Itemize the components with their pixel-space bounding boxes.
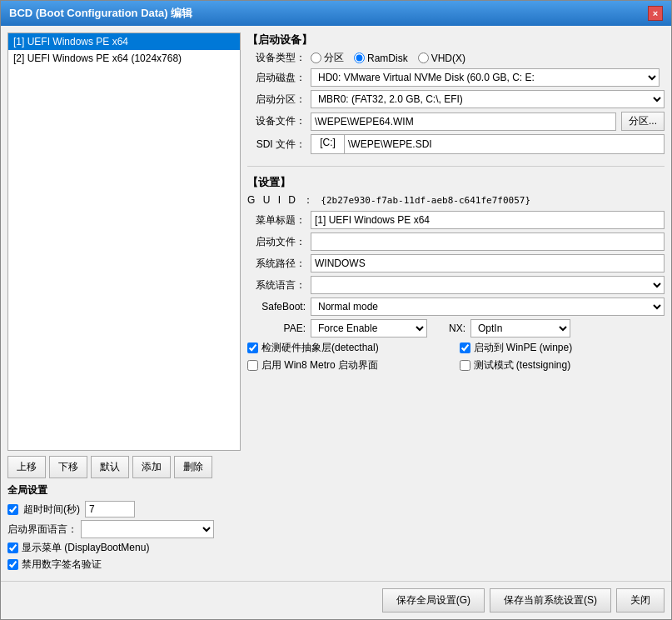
main-content: [1] UEFI Windows PE x64[2] UEFI Windows … bbox=[1, 26, 671, 581]
display-menu-row: 显示菜单 (DisplayBootMenu) bbox=[7, 541, 241, 555]
settings-checkbox-row: 检测硬件抽象层(detecthal) bbox=[247, 341, 453, 355]
pae-select[interactable]: Force Enable bbox=[311, 319, 427, 338]
safeboot-select[interactable]: Normal mode bbox=[311, 298, 665, 316]
radio-ramdisk[interactable] bbox=[354, 52, 365, 63]
device-type-label: 设备类型： bbox=[247, 51, 306, 65]
radio-ramdisk-label: RamDisk bbox=[367, 52, 408, 64]
title-bar: BCD (Boot Configuration Data) 编辑 × bbox=[1, 1, 671, 26]
radio-partition[interactable] bbox=[311, 52, 321, 63]
list-item[interactable]: [1] UEFI Windows PE x64 bbox=[8, 33, 240, 50]
device-type-row: 设备类型： 分区 RamDisk VHD(X) bbox=[247, 51, 665, 65]
guid-label: G U I D ： bbox=[247, 193, 316, 208]
sys-path-label: 系统路径： bbox=[247, 257, 306, 271]
display-menu-label: 显示菜单 (DisplayBootMenu) bbox=[22, 541, 149, 555]
boot-device-title: 【启动设备】 bbox=[247, 32, 665, 48]
add-button[interactable]: 添加 bbox=[132, 456, 171, 478]
settings-checkbox-label-2: 启用 Win8 Metro 启动界面 bbox=[261, 358, 378, 372]
boot-partition-row: 启动分区： MBR0: (FAT32, 2.0 GB, C:\, EFI) bbox=[247, 90, 665, 108]
sys-path-input[interactable] bbox=[311, 254, 665, 272]
partition-btn[interactable]: 分区... bbox=[621, 112, 665, 131]
global-settings: 全局设置 超时时间(秒) 启动界面语言： 显示菜单 (DisplayBootMe… bbox=[7, 483, 241, 574]
settings-checkbox-0[interactable] bbox=[247, 342, 258, 353]
sdi-label: SDI 文件： bbox=[247, 138, 306, 152]
lang-row: 启动界面语言： bbox=[7, 520, 241, 538]
boot-disk-select[interactable]: HD0: VMware Virtual NVMe Disk (60.0 GB, … bbox=[311, 68, 660, 87]
lang-label: 启动界面语言： bbox=[7, 522, 77, 537]
save-current-button[interactable]: 保存当前系统设置(S) bbox=[490, 588, 611, 612]
timeout-checkbox[interactable] bbox=[7, 504, 18, 515]
menu-title-input[interactable] bbox=[311, 211, 665, 229]
sdi-file-row: SDI 文件： [C:] bbox=[247, 134, 665, 154]
list-item[interactable]: [2] UEFI Windows PE x64 (1024x768) bbox=[8, 50, 240, 67]
sys-lang-select[interactable] bbox=[311, 276, 665, 294]
guid-value: {2b27e930-f7ab-11df-aeb8-c641fe7f0057} bbox=[321, 195, 530, 206]
menu-title-label: 菜单标题： bbox=[247, 213, 306, 228]
settings-checkboxes: 检测硬件抽象层(detecthal)启动到 WinPE (winpe)启用 Wi… bbox=[247, 341, 665, 372]
global-title: 全局设置 bbox=[7, 483, 241, 498]
device-type-vhd[interactable]: VHD(X) bbox=[418, 52, 465, 64]
timeout-label: 超时时间(秒) bbox=[23, 502, 80, 517]
sys-lang-row: 系统语言： bbox=[247, 276, 665, 294]
settings-title: 【设置】 bbox=[247, 175, 665, 190]
safeboot-label: SafeBoot: bbox=[247, 301, 306, 312]
sdi-input[interactable] bbox=[345, 137, 664, 152]
move-up-button[interactable]: 上移 bbox=[7, 456, 46, 478]
device-type-radio-group: 分区 RamDisk VHD(X) bbox=[311, 51, 465, 65]
left-panel: [1] UEFI Windows PE x64[2] UEFI Windows … bbox=[7, 32, 241, 574]
boot-file-input[interactable] bbox=[311, 232, 665, 251]
boot-file-label: 启动文件： bbox=[247, 235, 306, 249]
timeout-row: 超时时间(秒) bbox=[7, 501, 241, 518]
save-row: 保存全局设置(G) 保存当前系统设置(S) 关闭 bbox=[1, 581, 671, 619]
nx-label: NX: bbox=[441, 322, 465, 334]
boot-disk-row: 启动磁盘： HD0: VMware Virtual NVMe Disk (60.… bbox=[247, 68, 665, 87]
settings-checkbox-row: 启动到 WinPE (winpe) bbox=[460, 341, 665, 355]
device-type-ramdisk[interactable]: RamDisk bbox=[354, 52, 408, 64]
nx-select[interactable]: OptIn bbox=[470, 319, 570, 338]
device-file-label: 设备文件： bbox=[247, 114, 306, 128]
close-button-bottom[interactable]: 关闭 bbox=[616, 588, 665, 612]
device-type-partition[interactable]: 分区 bbox=[311, 51, 344, 65]
settings-checkbox-label-1: 启动到 WinPE (winpe) bbox=[474, 341, 573, 355]
main-window: BCD (Boot Configuration Data) 编辑 × [1] U… bbox=[0, 0, 672, 620]
settings-section: 【设置】 G U I D ： {2b27e930-f7ab-11df-aeb8-… bbox=[247, 175, 665, 376]
radio-vhd[interactable] bbox=[418, 52, 429, 63]
guid-row: G U I D ： {2b27e930-f7ab-11df-aeb8-c641f… bbox=[247, 193, 665, 208]
safeboot-row: SafeBoot: Normal mode bbox=[247, 298, 665, 316]
disable-sign-label: 禁用数字签名验证 bbox=[22, 558, 102, 572]
disable-sign-row: 禁用数字签名验证 bbox=[7, 558, 241, 572]
window-title: BCD (Boot Configuration Data) 编辑 bbox=[9, 6, 192, 21]
pae-label: PAE: bbox=[247, 322, 306, 334]
settings-checkbox-label-0: 检测硬件抽象层(detecthal) bbox=[261, 341, 379, 355]
device-file-row: 设备文件： 分区... bbox=[247, 112, 665, 131]
boot-entries-list[interactable]: [1] UEFI Windows PE x64[2] UEFI Windows … bbox=[7, 32, 241, 451]
settings-checkbox-1[interactable] bbox=[460, 342, 470, 353]
boot-disk-label: 启动磁盘： bbox=[247, 71, 306, 85]
settings-checkbox-row: 测试模式 (testsigning) bbox=[460, 358, 665, 372]
menu-title-row: 菜单标题： bbox=[247, 211, 665, 229]
settings-checkbox-3[interactable] bbox=[460, 360, 470, 371]
sys-path-row: 系统路径： bbox=[247, 254, 665, 272]
delete-button[interactable]: 删除 bbox=[174, 456, 212, 478]
radio-partition-label: 分区 bbox=[324, 51, 344, 65]
sys-lang-label: 系统语言： bbox=[247, 278, 306, 292]
divider1 bbox=[247, 166, 665, 167]
boot-partition-label: 启动分区： bbox=[247, 92, 306, 107]
disable-sign-checkbox[interactable] bbox=[7, 559, 18, 570]
default-button[interactable]: 默认 bbox=[91, 456, 129, 478]
lang-select[interactable] bbox=[81, 520, 214, 538]
display-menu-checkbox[interactable] bbox=[7, 542, 18, 553]
timeout-input[interactable] bbox=[85, 501, 135, 518]
device-file-input[interactable] bbox=[311, 112, 616, 131]
boot-file-row: 启动文件： bbox=[247, 232, 665, 251]
close-button[interactable]: × bbox=[648, 6, 663, 21]
right-panel: 【启动设备】 设备类型： 分区 RamDisk bbox=[247, 32, 665, 574]
list-btn-row: 上移 下移 默认 添加 删除 bbox=[7, 456, 241, 478]
settings-checkbox-row: 启用 Win8 Metro 启动界面 bbox=[247, 358, 453, 372]
pae-nx-row: PAE: Force Enable NX: OptIn bbox=[247, 319, 665, 338]
settings-checkbox-label-3: 测试模式 (testsigning) bbox=[474, 358, 571, 372]
boot-partition-select[interactable]: MBR0: (FAT32, 2.0 GB, C:\, EFI) bbox=[311, 90, 665, 108]
move-down-button[interactable]: 下移 bbox=[49, 456, 87, 478]
radio-vhd-label: VHD(X) bbox=[431, 52, 465, 64]
settings-checkbox-2[interactable] bbox=[247, 360, 258, 371]
save-global-button[interactable]: 保存全局设置(G) bbox=[382, 588, 485, 612]
